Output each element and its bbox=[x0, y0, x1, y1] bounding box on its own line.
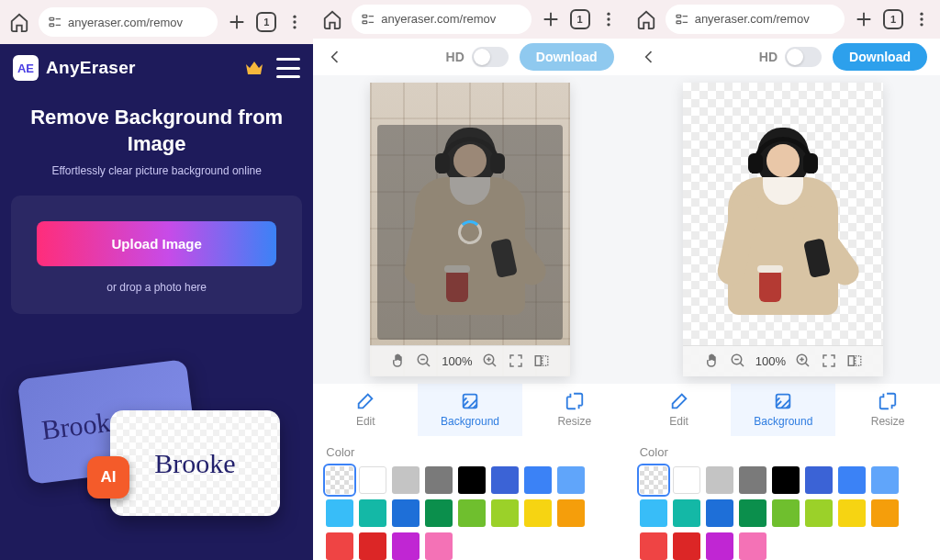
upload-button[interactable]: Upload Image bbox=[37, 221, 275, 266]
new-tab-icon[interactable] bbox=[854, 9, 874, 29]
menu-icon[interactable] bbox=[276, 58, 300, 78]
address-bar[interactable]: anyeraser.com/remov bbox=[39, 7, 218, 37]
svg-rect-1 bbox=[50, 24, 54, 27]
hd-toggle[interactable] bbox=[785, 47, 822, 67]
brand[interactable]: AE AnyEraser bbox=[13, 55, 136, 81]
zoom-out-icon[interactable] bbox=[416, 353, 432, 369]
tool-resize[interactable]: Resize bbox=[835, 384, 940, 436]
tool-background[interactable]: Background bbox=[731, 384, 835, 436]
edit-icon bbox=[669, 391, 689, 411]
svg-point-9 bbox=[607, 23, 610, 26]
color-swatch[interactable] bbox=[871, 499, 899, 527]
svg-point-18 bbox=[920, 17, 923, 20]
back-icon[interactable] bbox=[640, 48, 658, 66]
overflow-menu-icon[interactable] bbox=[285, 13, 304, 31]
back-icon[interactable] bbox=[326, 48, 344, 66]
svg-point-4 bbox=[294, 26, 297, 28]
color-swatch[interactable] bbox=[640, 499, 667, 527]
color-swatch[interactable] bbox=[425, 466, 453, 494]
tool-background[interactable]: Background bbox=[418, 384, 522, 436]
address-bar[interactable]: anyeraser.com/remov bbox=[666, 5, 845, 34]
color-swatch[interactable] bbox=[838, 466, 866, 494]
color-swatch[interactable] bbox=[838, 499, 866, 527]
color-swatch[interactable] bbox=[524, 466, 552, 494]
download-button[interactable]: Download bbox=[833, 43, 927, 71]
download-button[interactable]: Download bbox=[520, 43, 614, 71]
color-swatch[interactable] bbox=[772, 466, 800, 494]
color-swatch[interactable] bbox=[359, 532, 386, 560]
color-swatch[interactable] bbox=[706, 532, 733, 560]
color-swatch[interactable] bbox=[458, 466, 486, 494]
image-preview[interactable]: 100% bbox=[370, 83, 570, 376]
image-toolbar: 100% bbox=[683, 345, 883, 376]
color-swatch[interactable] bbox=[640, 532, 667, 560]
editor-toolbar: HD Download bbox=[313, 39, 626, 75]
color-swatch[interactable] bbox=[491, 499, 519, 527]
tab-count[interactable]: 1 bbox=[256, 12, 276, 32]
color-swatch[interactable] bbox=[392, 532, 420, 560]
color-swatch[interactable] bbox=[557, 499, 585, 527]
zoom-in-icon[interactable] bbox=[795, 353, 811, 369]
compare-icon[interactable] bbox=[533, 353, 550, 369]
upload-card: Upload Image or drop a photo here bbox=[11, 196, 302, 314]
color-swatch[interactable] bbox=[673, 532, 700, 560]
color-swatch[interactable] bbox=[673, 499, 700, 527]
sample-card-front: Brooke bbox=[110, 410, 280, 516]
overflow-menu-icon[interactable] bbox=[599, 10, 618, 28]
home-icon[interactable] bbox=[636, 9, 656, 29]
color-swatch[interactable] bbox=[326, 532, 353, 560]
image-preview[interactable]: 100% bbox=[683, 83, 883, 376]
color-swatch[interactable] bbox=[739, 466, 767, 494]
pan-icon[interactable] bbox=[390, 353, 407, 369]
address-bar[interactable]: anyeraser.com/remov bbox=[352, 5, 531, 34]
fullscreen-icon[interactable] bbox=[508, 353, 524, 369]
tab-count[interactable]: 1 bbox=[883, 9, 903, 29]
overflow-menu-icon[interactable] bbox=[912, 10, 931, 28]
hd-toggle[interactable] bbox=[472, 47, 509, 67]
color-swatch[interactable] bbox=[739, 499, 767, 527]
tool-edit[interactable]: Edit bbox=[313, 384, 418, 436]
color-swatch[interactable] bbox=[392, 499, 420, 527]
color-swatch[interactable] bbox=[772, 499, 800, 527]
zoom-in-icon[interactable] bbox=[482, 353, 498, 369]
tab-count[interactable]: 1 bbox=[570, 9, 590, 29]
new-tab-icon[interactable] bbox=[227, 12, 247, 32]
color-swatch[interactable] bbox=[557, 466, 585, 494]
color-swatch[interactable] bbox=[425, 532, 453, 560]
color-swatch[interactable] bbox=[359, 466, 386, 494]
url-text: anyeraser.com/remov bbox=[381, 12, 496, 26]
color-swatch[interactable] bbox=[805, 499, 833, 527]
color-swatch[interactable] bbox=[706, 499, 733, 527]
compare-icon[interactable] bbox=[846, 353, 863, 369]
svg-point-2 bbox=[294, 16, 297, 18]
color-swatch[interactable] bbox=[392, 466, 420, 494]
pan-icon[interactable] bbox=[704, 353, 721, 369]
color-swatch[interactable] bbox=[425, 499, 453, 527]
url-text: anyeraser.com/remov bbox=[695, 12, 810, 26]
color-swatch[interactable] bbox=[491, 466, 519, 494]
color-swatch[interactable] bbox=[359, 499, 386, 527]
home-icon[interactable] bbox=[9, 12, 29, 32]
color-swatch[interactable] bbox=[640, 466, 667, 494]
tool-resize[interactable]: Resize bbox=[522, 384, 627, 436]
tool-background-label: Background bbox=[441, 415, 499, 428]
color-swatch[interactable] bbox=[805, 466, 833, 494]
color-swatch[interactable] bbox=[326, 499, 353, 527]
color-swatch[interactable] bbox=[871, 466, 899, 494]
canvas: 100% bbox=[313, 75, 626, 384]
tool-edit[interactable]: Edit bbox=[627, 384, 732, 436]
color-swatch[interactable] bbox=[524, 499, 552, 527]
color-swatches bbox=[640, 466, 927, 560]
premium-icon[interactable] bbox=[243, 57, 265, 79]
fullscreen-icon[interactable] bbox=[821, 353, 837, 369]
svg-point-3 bbox=[294, 20, 297, 23]
new-tab-icon[interactable] bbox=[541, 9, 561, 29]
color-swatch[interactable] bbox=[326, 466, 353, 494]
color-swatch[interactable] bbox=[706, 466, 733, 494]
color-swatch[interactable] bbox=[673, 466, 700, 494]
zoom-out-icon[interactable] bbox=[730, 353, 746, 369]
color-swatch[interactable] bbox=[739, 532, 767, 560]
editor-toolbar: HD Download bbox=[627, 39, 940, 75]
color-swatch[interactable] bbox=[458, 499, 486, 527]
home-icon[interactable] bbox=[322, 9, 342, 29]
